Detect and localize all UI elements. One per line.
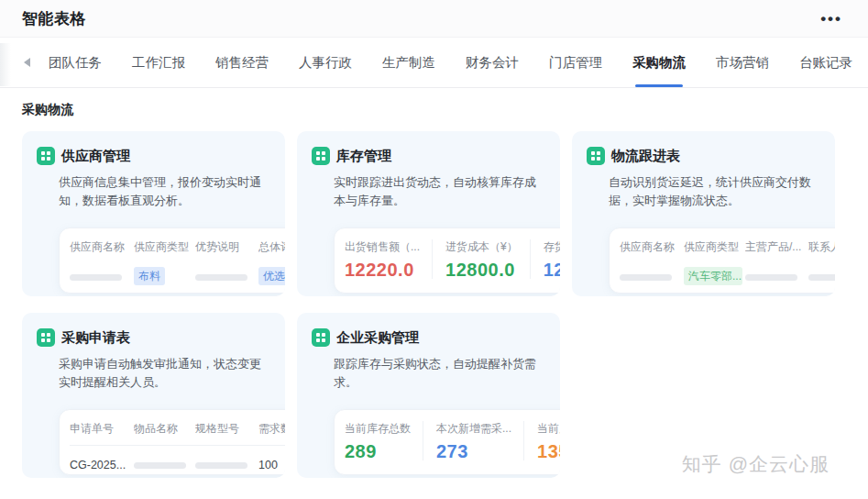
tab-hr-admin[interactable]: 人事行政 xyxy=(299,38,352,87)
preview-cell: 优选合作 xyxy=(258,267,285,285)
card-title: 物流跟进表 xyxy=(611,148,680,165)
table-icon xyxy=(312,328,330,347)
placeholder-bar xyxy=(620,274,672,281)
stat-label: 出货销售额（... xyxy=(345,239,420,255)
card-description: 自动识别货运延迟，统计供应商交付数据，实时掌握物流状态。 xyxy=(609,173,822,210)
tab-finance-accounting[interactable]: 财务会计 xyxy=(466,38,519,87)
card-title: 采购申请表 xyxy=(61,329,130,347)
category-tabbar: 团队任务工作汇报销售经营人事行政生产制造财务会计门店管理采购物流市场营销台账记录… xyxy=(0,38,868,88)
template-card-enterprise-procurement[interactable]: 企业采购管理跟踪库存与采购状态，自动提醒补货需求。当前库存总数289本次新增需采… xyxy=(297,313,560,478)
tab-work-report[interactable]: 工作汇报 xyxy=(132,38,185,87)
preview-cell xyxy=(745,268,808,284)
stat-label: 当前库存总数 xyxy=(345,421,411,437)
tabs-scroll-left-icon[interactable] xyxy=(24,58,30,67)
section-title: 采购物流 xyxy=(22,102,846,118)
cell-tag: 布料 xyxy=(134,267,165,285)
template-card-supplier-management[interactable]: 供应商管理供应商信息集中管理，报价变动实时通知，数据看板直观分析。供应商名称供应… xyxy=(22,131,285,296)
preview-cell: 100 xyxy=(258,456,285,472)
stat-column: 存货价值（¥）127,7 xyxy=(544,239,560,279)
preview-column-header: 物品名称 xyxy=(134,421,195,437)
card-header: 企业采购管理 xyxy=(312,328,560,347)
preview-panel: 供应商名称供应商类型优势说明总体评分布料优选合作 xyxy=(59,227,285,294)
preview-cell xyxy=(70,268,134,284)
stat-label: 进货成本（¥） xyxy=(445,239,518,255)
stat-value: 12800.0 xyxy=(445,261,518,279)
preview-header-row: 申请单号物品名称规格型号需求数量 xyxy=(70,421,285,446)
tab-team-tasks[interactable]: 团队任务 xyxy=(49,38,102,87)
template-card-inventory-management[interactable]: 库存管理实时跟踪进出货动态，自动核算库存成本与库存量。出货销售额（...1222… xyxy=(297,131,560,296)
main-content: 采购物流 供应商管理供应商信息集中管理，报价变动实时通知，数据看板直观分析。供应… xyxy=(0,102,868,478)
preview-cell: CG-2025... xyxy=(70,456,134,472)
placeholder-bar xyxy=(70,274,122,281)
card-description: 实时跟踪进出货动态，自动核算库存成本与库存量。 xyxy=(334,173,547,210)
stat-column: 出货销售额（...12220.0 xyxy=(345,239,433,279)
tab-production[interactable]: 生产制造 xyxy=(382,38,435,87)
preview-data-row: 布料优选合作 xyxy=(70,267,285,285)
card-header: 物流跟进表 xyxy=(587,147,835,165)
tab-procurement-logistics[interactable]: 采购物流 xyxy=(632,38,686,87)
stat-column: 进货成本（¥）12800.0 xyxy=(445,239,531,279)
tab-marketing[interactable]: 市场营销 xyxy=(716,38,769,87)
template-card-logistics-tracking[interactable]: 物流跟进表自动识别货运延迟，统计供应商交付数据，实时掌握物流状态。供应商名称供应… xyxy=(572,131,835,296)
tab-ledger-records[interactable]: 台账记录 xyxy=(799,38,852,87)
preview-stats-row: 当前库存总数289本次新增需采...273当前库存金额13550 xyxy=(345,421,560,460)
card-description: 采购申请自动触发审批通知，状态变更实时提醒相关人员。 xyxy=(59,355,272,392)
card-description: 供应商信息集中管理，报价变动实时通知，数据看板直观分析。 xyxy=(59,173,272,210)
stat-label: 当前库存金额 xyxy=(537,421,560,437)
preview-header-row: 供应商名称供应商类型主营产品/...联系人 xyxy=(620,239,835,255)
tab-store-management[interactable]: 门店管理 xyxy=(549,38,602,87)
preview-column-header: 供应商类型 xyxy=(684,239,745,255)
template-card-grid: 供应商管理供应商信息集中管理，报价变动实时通知，数据看板直观分析。供应商名称供应… xyxy=(22,131,846,478)
preview-header-row: 供应商名称供应商类型优势说明总体评分 xyxy=(70,239,285,255)
preview-cell xyxy=(134,456,195,472)
preview-cell xyxy=(808,268,835,284)
preview-cell xyxy=(195,456,258,472)
card-header: 供应商管理 xyxy=(37,147,285,165)
preview-column-header: 供应商名称 xyxy=(620,239,684,255)
template-card-purchase-request[interactable]: 采购申请表采购申请自动触发审批通知，状态变更实时提醒相关人员。申请单号物品名称规… xyxy=(22,313,285,478)
stat-value: 273 xyxy=(436,442,511,460)
cell-tag: 汽车零部... xyxy=(684,267,742,285)
stat-label: 存货价值（¥） xyxy=(544,239,560,255)
table-icon xyxy=(37,328,55,347)
stat-column: 当前库存金额13550 xyxy=(537,421,560,460)
tab-list: 团队任务工作汇报销售经营人事行政生产制造财务会计门店管理采购物流市场营销台账记录… xyxy=(49,38,868,87)
stat-column: 本次新增需采...273 xyxy=(436,421,524,460)
card-description: 跟踪库存与采购状态，自动提醒补货需求。 xyxy=(334,355,547,392)
preview-panel: 供应商名称供应商类型主营产品/...联系人汽车零部... xyxy=(609,227,835,294)
preview-column-header: 联系人 xyxy=(808,239,835,255)
preview-panel: 申请单号物品名称规格型号需求数量CG-2025...100 xyxy=(59,409,285,475)
stat-label: 本次新增需采... xyxy=(436,421,511,437)
stat-value: 12220.0 xyxy=(345,261,420,279)
preview-panel: 当前库存总数289本次新增需采...273当前库存金额13550 xyxy=(334,409,560,475)
ellipsis-icon: ••• xyxy=(820,10,842,28)
card-title: 库存管理 xyxy=(336,148,391,165)
preview-panel: 出货销售额（...12220.0进货成本（¥）12800.0存货价值（¥）127… xyxy=(334,227,560,294)
tab-sales-operation[interactable]: 销售经营 xyxy=(215,38,269,87)
app-header: 智能表格 ••• xyxy=(0,0,868,38)
cell-text: CG-2025... xyxy=(70,459,126,471)
placeholder-bar xyxy=(195,274,247,281)
card-title: 企业采购管理 xyxy=(336,329,419,347)
preview-column-header: 主营产品/... xyxy=(745,239,808,255)
preview-stats-row: 出货销售额（...12220.0进货成本（¥）12800.0存货价值（¥）127… xyxy=(345,239,560,279)
more-options-button[interactable]: ••• xyxy=(815,7,848,30)
preview-column-header: 供应商类型 xyxy=(134,239,195,255)
table-icon xyxy=(37,147,55,165)
preview-data-row: CG-2025...100 xyxy=(70,455,285,473)
card-title: 供应商管理 xyxy=(61,148,130,165)
preview-cell: 汽车零部... xyxy=(684,267,745,285)
smart-table-page: 智能表格 ••• 团队任务工作汇报销售经营人事行政生产制造财务会计门店管理采购物… xyxy=(0,0,868,478)
card-header: 库存管理 xyxy=(312,147,560,165)
preview-column-header: 总体评分 xyxy=(258,239,285,255)
table-icon xyxy=(312,147,330,165)
app-title: 智能表格 xyxy=(22,8,86,29)
cell-text: 100 xyxy=(258,459,278,471)
preview-data-row: 汽车零部... xyxy=(620,267,835,285)
preview-cell xyxy=(195,268,258,284)
preview-column-header: 供应商名称 xyxy=(70,239,134,255)
preview-cell: 布料 xyxy=(134,267,195,285)
placeholder-bar xyxy=(745,274,797,281)
preview-column-header: 需求数量 xyxy=(258,421,285,437)
table-icon xyxy=(587,147,605,165)
